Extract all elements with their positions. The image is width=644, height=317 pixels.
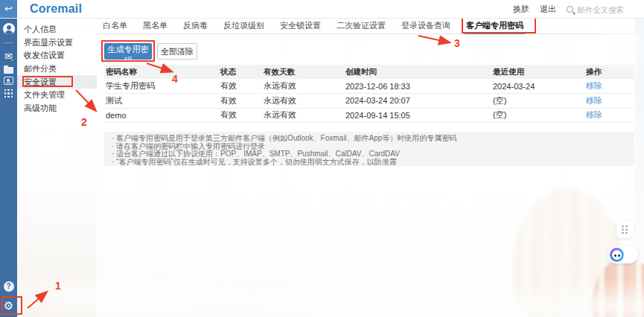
search-icon <box>567 6 573 13</box>
col-header-status: 状态 <box>219 65 262 79</box>
clear-all-button[interactable]: 全部清除 <box>157 43 197 60</box>
sidebar-item-mail-category[interactable]: 邮件分类 <box>17 63 97 76</box>
cell-last-used: 2024-03-24 <box>491 79 584 94</box>
cell-status: 有效 <box>219 94 262 109</box>
tab-security-lock[interactable]: 安全锁设置 <box>280 19 321 34</box>
back-button[interactable]: ↩ <box>0 0 17 18</box>
cell-status: 有效 <box>219 108 262 123</box>
generate-password-button[interactable]: 生成专用密码 <box>104 43 152 60</box>
mail-icon[interactable]: ✉ <box>0 51 17 61</box>
cell-name: 测试 <box>104 94 219 109</box>
tab-label: 客户端专用密码 <box>466 21 523 30</box>
cell-days: 永远有效 <box>262 94 344 109</box>
dots-grid-icon <box>622 225 628 234</box>
top-header: ↩ Coremail 换肤 退出 <box>0 0 644 19</box>
cell-last-used: (空) <box>491 94 584 109</box>
note-line: 适合客户端通过以下协议使用：POP、IMAP、SMTP、Pushmail、Cal… <box>112 150 627 158</box>
tab-login-devices[interactable]: 登录设备查询 <box>401 19 450 34</box>
clear-all-label: 全部清除 <box>161 47 194 56</box>
rail-divider <box>4 42 13 43</box>
cell-days: 永远有效 <box>262 79 344 94</box>
logout-link[interactable]: 退出 <box>540 4 556 15</box>
tab-blacklist[interactable]: 黑名单 <box>143 19 168 34</box>
search-box[interactable] <box>567 5 637 14</box>
change-skin-link[interactable]: 换肤 <box>513 4 529 15</box>
sidebar-item-send-receive[interactable]: 收发信设置 <box>17 49 97 63</box>
table-row: 学生专用密码 有效 永远有效 2023-12-06 18:33 2024-03-… <box>104 79 634 94</box>
cell-status: 有效 <box>219 79 262 94</box>
note-line: “客户端专用密码”仅在生成时可见，支持设置多个，切勿使用明文方式保存，以防泄露 <box>112 158 627 167</box>
tab-antispam-level[interactable]: 反垃圾级别 <box>223 19 264 34</box>
remove-link[interactable]: 移除 <box>586 81 602 90</box>
sidebar-item-folder-management[interactable]: 文件夹管理 <box>17 89 97 102</box>
sidebar-item-personal-info[interactable]: 个人信息 <box>17 23 97 36</box>
unread-dot <box>10 58 14 62</box>
cell-name: demo <box>104 108 219 123</box>
sidebar-item-label: 安全设置 <box>24 77 57 86</box>
coremail-logo: Coremail <box>30 2 82 16</box>
cell-created: 2023-12-06 18:33 <box>344 79 491 94</box>
search-input[interactable] <box>577 5 637 14</box>
notes-panel: 客户端专用密码是用于登录第三方邮件客户端（例如Outlook、Foxmail、邮… <box>104 132 634 166</box>
remove-link[interactable]: 移除 <box>586 110 602 119</box>
password-table: 密码名称 状态 有效天数 创建时间 最近使用 操作 学生专用密码 有效 永远有效… <box>104 65 634 123</box>
col-header-last-used: 最近使用 <box>491 65 584 79</box>
main-panel: 白名单 黑名单 反病毒 反垃圾级别 安全锁设置 二次验证设置 登录设备查询 客户… <box>97 19 635 317</box>
table-header-row: 密码名称 状态 有效天数 创建时间 最近使用 操作 <box>104 65 634 79</box>
sidebar-item-display-settings[interactable]: 界面显示设置 <box>17 36 97 50</box>
quick-apps-widget[interactable] <box>616 221 634 238</box>
folders-icon[interactable] <box>0 65 17 74</box>
col-header-name: 密码名称 <box>104 65 219 79</box>
remove-link[interactable]: 移除 <box>586 96 602 105</box>
settings-sidebar: 个人信息 界面显示设置 收发信设置 邮件分类 安全设置 文件夹管理 高级功能 <box>17 19 97 317</box>
sidebar-item-security[interactable]: 安全设置 <box>17 75 97 89</box>
tab-whitelist[interactable]: 白名单 <box>103 19 127 34</box>
note-line: 请在客户端的密码栏中输入专用密码进行登录 <box>112 143 627 151</box>
sidebar-item-advanced[interactable]: 高级功能 <box>17 102 97 115</box>
generate-button-label: 生成专用密码 <box>108 45 149 65</box>
cell-name: 学生专用密码 <box>104 79 219 94</box>
apps-grid-icon[interactable] <box>0 89 17 97</box>
table-row: 测试 有效 永远有效 2024-03-24 20:07 (空) 移除 <box>104 94 634 109</box>
settings-gear-icon[interactable]: ⚙ <box>0 300 17 312</box>
help-icon[interactable]: ? <box>0 281 17 292</box>
cell-days: 永远有效 <box>262 108 344 123</box>
col-header-days: 有效天数 <box>262 65 344 79</box>
cell-last-used: (空) <box>491 108 584 123</box>
cell-created: 2024-09-14 15:05 <box>344 108 491 123</box>
contacts-icon[interactable] <box>0 77 17 85</box>
icon-rail: ✉ ? ⚙ <box>0 19 17 317</box>
security-tabbar: 白名单 黑名单 反病毒 反垃圾级别 安全锁设置 二次验证设置 登录设备查询 客户… <box>97 19 635 34</box>
col-header-created: 创建时间 <box>344 65 491 79</box>
user-avatar-icon[interactable] <box>0 23 17 35</box>
tab-client-password[interactable]: 客户端专用密码 <box>466 19 523 34</box>
avatar <box>3 23 15 35</box>
table-row: demo 有效 永远有效 2024-09-14 15:05 (空) 移除 <box>104 108 634 123</box>
note-line: 客户端专用密码是用于登录第三方邮件客户端（例如Outlook、Foxmail、邮… <box>112 135 627 143</box>
back-icon: ↩ <box>4 3 13 14</box>
ai-assistant-widget[interactable] <box>608 246 638 263</box>
col-header-action: 操作 <box>584 65 634 79</box>
robot-assistant-icon <box>610 248 624 262</box>
tab-antivirus[interactable]: 反病毒 <box>183 19 208 34</box>
cell-created: 2024-03-24 20:07 <box>344 94 491 109</box>
tab-two-factor[interactable]: 二次验证设置 <box>337 19 386 34</box>
